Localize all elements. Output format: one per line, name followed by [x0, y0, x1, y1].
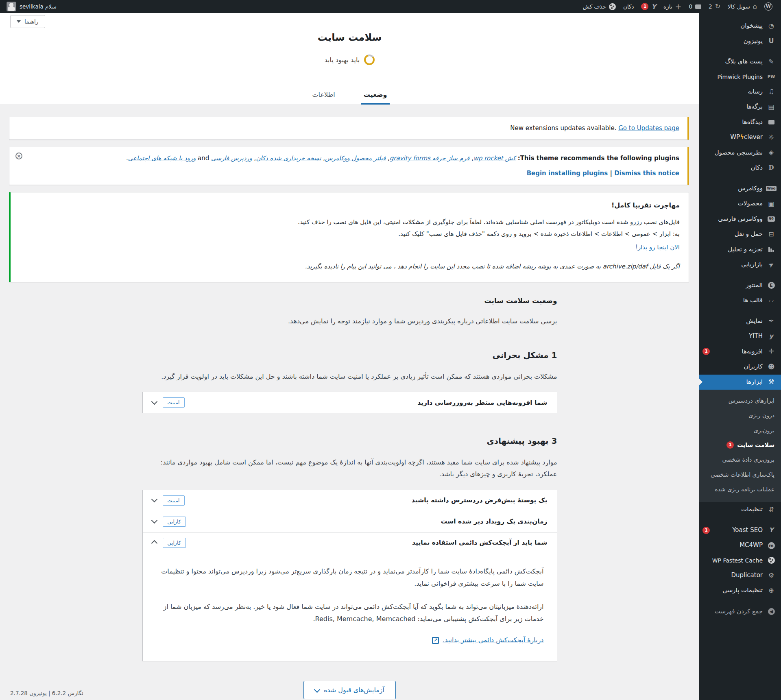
- sidebar-item-analytics[interactable]: تجزیه و تحلیل: [699, 242, 781, 257]
- sidebar-item-marketing[interactable]: ➤بازاریابی: [699, 257, 781, 273]
- pimwick-icon: PW: [767, 75, 776, 79]
- submenu-erase-personal-data[interactable]: پاک‌سازی اطلاعات شخصی: [699, 467, 781, 482]
- plugin-link-dokan[interactable]: نسخه خریداری شده دکان: [256, 155, 321, 162]
- submenu-export-personal-data[interactable]: برون‌بری دادهٔ شخصی: [699, 452, 781, 467]
- tools-wrench-icon: ⚒: [767, 379, 776, 385]
- sidebar-item-media[interactable]: ♫رسانه: [699, 84, 781, 100]
- tab-status[interactable]: وضعیت: [361, 91, 390, 105]
- migration-cleanup-link[interactable]: الان اینجا رو بذار!: [635, 242, 680, 253]
- go-to-updates-link[interactable]: Go to Updates page: [618, 124, 679, 132]
- accordion-scheduled-event[interactable]: زمان‌بندی یک رویداد دیر شده است کارایی: [143, 511, 557, 532]
- wp-fastest-cache-leopard-icon: [767, 557, 776, 564]
- plugin-link-wp-farsi[interactable]: وردپرس فارسی: [211, 155, 252, 162]
- duplicator-gear-icon: ⚙: [767, 572, 776, 579]
- sidebar-item-yoast-seo[interactable]: YYoast SEO1: [699, 523, 781, 538]
- chevron-down-icon: [151, 399, 157, 405]
- adminbar-my-account[interactable]: سلام sevilkala: [5, 2, 58, 11]
- site-health-badge: 1: [726, 441, 734, 449]
- theme-plugins-text: This theme recommends the following plug…: [17, 153, 679, 164]
- sidebar-item-settings[interactable]: ⇵تنظیمات: [699, 502, 781, 517]
- performance-badge: کارایی: [163, 517, 186, 527]
- sidebar-collapse-menu[interactable]: ◀جمع کردن فهرست: [699, 604, 781, 619]
- plugin-link-product-filter[interactable]: فیلتر محصول ووکامرس: [325, 155, 386, 162]
- sidebar-item-parsi-settings[interactable]: ⊕تنظیمات پارسی: [699, 583, 781, 598]
- adminbar-dokan[interactable]: دکان: [620, 0, 637, 13]
- sidebar-item-comments[interactable]: دیدگاه‌ها: [699, 115, 781, 130]
- dismiss-notice-link[interactable]: Dismiss this notice: [614, 170, 679, 177]
- plugin-link-wp-rocket[interactable]: کش wp rocket: [473, 155, 516, 162]
- sidebar-item-wpclever[interactable]: ☼WPϟclever: [699, 130, 781, 145]
- plugin-link-gravity-forms[interactable]: فرم ساز حرفه gravity forms: [390, 155, 469, 162]
- sidebar-item-pimwick-plugins[interactable]: PWPimwick Plugins: [699, 70, 781, 84]
- sidebar-item-users[interactable]: ☻کاربران: [699, 359, 781, 375]
- accordion-plugins-update[interactable]: شما افزونه‌هایی منتظر به‌روزرسانی دارید …: [143, 392, 557, 413]
- elementor-icon: E: [767, 282, 776, 289]
- user-greeting: سلام sevilkala: [20, 3, 57, 10]
- main-content: راهنما سلامت سایت باید بهبود یابد وضعیت …: [0, 13, 699, 700]
- recommended-accordion: یک پوستهٔ پیش‌فرض دردسترس داشته باشید ام…: [142, 490, 557, 661]
- plugins-update-badge: 1: [702, 348, 710, 355]
- woocommerce-farsi-icon: 99: [767, 216, 776, 222]
- chevron-down-icon: [151, 496, 157, 503]
- sidebar-item-shipping[interactable]: ⊟حمل و نقل: [699, 227, 781, 242]
- submenu-available-tools[interactable]: ابزارهای دردسترس: [699, 393, 781, 408]
- tab-info[interactable]: اطلاعات: [310, 91, 337, 105]
- sidebar-item-dashboard[interactable]: ◔پیشخوان: [699, 18, 781, 34]
- sidebar-item-tools[interactable]: ⚒ابزارها: [699, 375, 781, 390]
- product-survey-icon: ◈: [767, 149, 776, 156]
- dokan-icon: D: [767, 165, 776, 171]
- sidebar-item-yith[interactable]: yYITH: [699, 329, 781, 344]
- accordion-object-cache[interactable]: شما باید از آبجکت‌کش دائمی استفاده نمایی…: [143, 532, 557, 553]
- plugin-link-social-login[interactable]: ورود با شبکه های اجتماعی: [128, 155, 196, 162]
- adminbar-site[interactable]: ⌂سویل کالا: [724, 0, 761, 13]
- sidebar-item-elementor[interactable]: Eالمنتور: [699, 278, 781, 293]
- close-icon[interactable]: ×: [15, 153, 22, 159]
- submenu-site-health[interactable]: سلامت سایت1: [699, 438, 781, 452]
- sidebar-item-product-survey[interactable]: ◈نظرسنجی محصول: [699, 145, 781, 161]
- sidebar-item-pages[interactable]: ▤برگه‌ها: [699, 99, 781, 115]
- sidebar-item-woocommerce[interactable]: Wooووکامرس: [699, 181, 781, 196]
- adminbar-updates[interactable]: ↻2: [705, 0, 724, 13]
- submenu-scheduled-actions[interactable]: عملیات برنامه ریزی شده: [699, 482, 781, 497]
- sidebar-item-unyson[interactable]: Uیونیزون: [699, 34, 781, 49]
- theme-notice-actions: Begin installing plugins | Dismiss this …: [17, 168, 679, 179]
- parsi-globe-icon: ⊕: [767, 587, 776, 594]
- sidebar-item-plugins[interactable]: ✛افزونه‌ها1: [699, 344, 781, 360]
- sidebar-item-appearance[interactable]: ✒نمایش: [699, 314, 781, 329]
- adminbar-delete-cache[interactable]: حذف کش: [579, 0, 620, 13]
- status-heading: وضعیت سلامت سایت: [142, 297, 557, 305]
- submenu-import[interactable]: درون ریزی: [699, 408, 781, 423]
- help-tab[interactable]: راهنما: [10, 15, 45, 28]
- adminbar-new[interactable]: +تازه: [660, 0, 685, 13]
- updates-notice: New extensions updates available. Go to …: [9, 117, 689, 140]
- home-icon: ⌂: [753, 3, 757, 10]
- mc4wp-icon: m: [767, 542, 776, 549]
- notices-area: New extensions updates available. Go to …: [0, 105, 699, 282]
- sidebar-item-blog-posts[interactable]: ✎پست های بلاگ: [699, 54, 781, 70]
- adminbar-yoast[interactable]: Y1: [637, 0, 660, 13]
- begin-installing-plugins-link[interactable]: Begin installing plugins: [527, 170, 608, 177]
- sidebar-item-dokan[interactable]: Dدکان: [699, 160, 781, 176]
- sidebar-item-templates[interactable]: ▱قالب ها: [699, 293, 781, 308]
- sidebar-item-products[interactable]: ▣محصولات: [699, 196, 781, 212]
- passed-tests-button[interactable]: آزمایش‌های قبول شده: [303, 681, 396, 699]
- updates-icon: ↻: [715, 3, 720, 10]
- passed-tests-wrap: آزمایش‌های قبول شده: [142, 681, 557, 699]
- site-health-body: وضعیت سلامت سایت برسی سلامت سایت اطلاعات…: [142, 297, 557, 699]
- adminbar-wordpress[interactable]: W: [761, 0, 776, 13]
- chevron-down-icon: [17, 20, 21, 25]
- delete-cache-label: حذف کش: [583, 3, 606, 10]
- accordion-default-theme[interactable]: یک پوستهٔ پیش‌فرض دردسترس داشته باشید ام…: [143, 490, 557, 511]
- wp-fastest-cache-leopard-icon: [609, 3, 616, 10]
- object-cache-learn-more-link[interactable]: دربارهٔ آبجکت‌کش دائمی بیشتر بدانید.: [443, 636, 543, 644]
- chevron-down-icon: [314, 686, 321, 693]
- submenu-export[interactable]: برون‌بری: [699, 423, 781, 438]
- sidebar-item-duplicator[interactable]: ⚙Duplicator: [699, 568, 781, 583]
- sidebar-item-mc4wp[interactable]: mMC4WP: [699, 538, 781, 553]
- adminbar-comments[interactable]: 0: [685, 0, 705, 13]
- health-progress-ring-icon: [364, 55, 375, 65]
- sidebar-item-woocommerce-farsi[interactable]: 99ووکامرس فارسی: [699, 212, 781, 227]
- sidebar-item-wp-fastest-cache[interactable]: WP Fastest Cache: [699, 553, 781, 568]
- yoast-icon: Y: [767, 527, 776, 533]
- wordpress-admin-screen: W ⌂سویل کالا ↻2 0 +تازه Y1 دکان حذف کش س…: [0, 0, 781, 700]
